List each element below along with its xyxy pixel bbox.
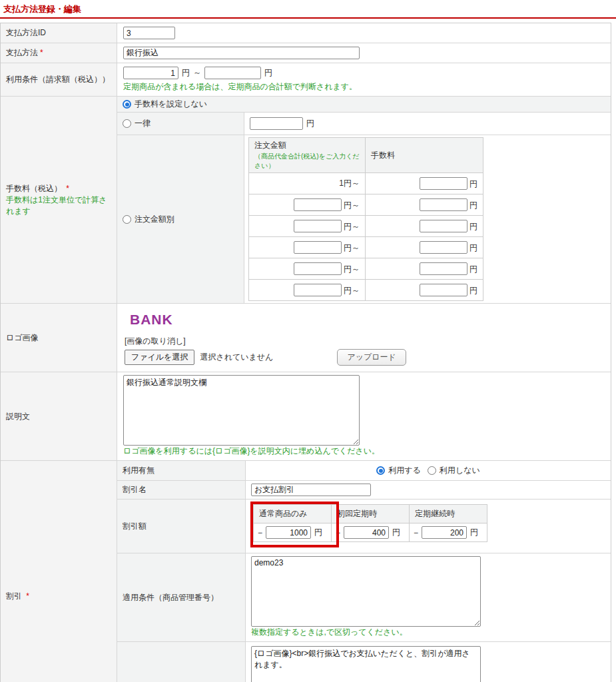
fee-amount-input[interactable] xyxy=(420,284,467,296)
discount-first-subscription-input[interactable] xyxy=(344,526,389,539)
payment-method-form: 支払方法ID 支払方法* 利用条件（請求額（税込）） 円 ～ xyxy=(0,23,611,682)
discount-normal-input[interactable] xyxy=(266,526,311,539)
label-discount-description: 説明文 xyxy=(117,642,246,682)
discount-description-textarea[interactable]: {ロゴ画像}<br>銀行振込でお支払いただくと、割引が適用されます。 xyxy=(251,646,481,682)
file-select-button[interactable]: ファイルを選択 xyxy=(125,350,194,365)
row-logo: ロゴ画像 BANK [画像の取り消し] ファイルを選択 選択されていません アッ… xyxy=(1,304,611,372)
label-discount-condition: 適用条件（商品管理番号） xyxy=(117,553,246,641)
discount-off-radio[interactable] xyxy=(428,466,436,475)
fee-amount-input[interactable] xyxy=(420,220,467,232)
logo-cancel-link[interactable]: [画像の取り消し] xyxy=(125,336,605,347)
label-discount-name: 割引名 xyxy=(117,481,246,499)
fee-flat-option-cell: 一律 xyxy=(117,113,244,135)
fee-table-row: 円～ 円 xyxy=(249,237,483,258)
minus-sign: − xyxy=(258,528,262,537)
label-discount-enabled: 利用有無 xyxy=(117,461,246,480)
fee-flat-radio[interactable] xyxy=(123,119,131,128)
discount-enabled-row: 利用有無 利用する 利用しない xyxy=(117,461,611,481)
discount-amount-table-wrap: 通常商品のみ 初回定期時 定期継続時 − 円 xyxy=(253,504,605,542)
discount-name-row: 割引名 xyxy=(117,481,611,500)
fee-by-amount-option-cell: 注文金額別 xyxy=(117,135,244,303)
fee-none-radio[interactable] xyxy=(123,100,131,109)
fee-table-row: 円～ 円 xyxy=(249,280,483,301)
fee-by-amount-radio[interactable] xyxy=(123,215,131,224)
row-discount: 割引 * 利用有無 利用する 利用しない xyxy=(1,461,611,682)
description-note: ロゴ画像を利用するには{ロゴ画像}を説明文内に埋め込んでください。 xyxy=(123,446,605,457)
fee-amount-input[interactable] xyxy=(420,262,467,275)
fee-label-note: 手数料は1注文単位で計算されます xyxy=(6,194,111,217)
row-payment-id: 支払方法ID xyxy=(1,23,611,43)
fee-none-label: 手数料を設定しない xyxy=(135,99,207,110)
fee-by-amount-label: 注文金額別 xyxy=(135,214,174,225)
fee-option-by-amount-row: 注文金額別 注文金額 （商品代金合計(税込)をご入力ください） 手数料 xyxy=(117,135,611,303)
fee-threshold-input[interactable] xyxy=(294,241,342,254)
fee-threshold-input[interactable] xyxy=(294,284,342,296)
required-asterisk: * xyxy=(40,48,43,57)
fee-amount-input[interactable] xyxy=(420,241,467,254)
page-title: 支払方法登録・編集 xyxy=(0,0,616,17)
fee-option-none-row: 手数料を設定しない xyxy=(117,97,611,113)
label-fee: 手数料（税込） * 手数料は1注文単位で計算されます xyxy=(1,97,117,303)
fee-by-amount-table: 注文金額 （商品代金合計(税込)をご入力ください） 手数料 1円～ 円 xyxy=(248,137,483,301)
payment-id-input[interactable] xyxy=(123,27,175,39)
required-asterisk: * xyxy=(66,184,69,193)
fee-threshold-input[interactable] xyxy=(294,220,342,232)
fee-amount-input[interactable] xyxy=(420,198,467,211)
yen-unit: 円 xyxy=(182,67,190,79)
minus-sign: − xyxy=(336,528,340,537)
payment-method-input[interactable] xyxy=(123,47,360,59)
logo-image: BANK xyxy=(130,312,605,328)
upload-button[interactable]: アップロード xyxy=(337,349,406,366)
fee-flat-input[interactable] xyxy=(250,117,303,130)
fee-from-fixed: 1円～ xyxy=(249,173,366,194)
description-textarea[interactable]: 銀行振込通常説明文欄 xyxy=(123,375,360,446)
amount-header-first-subscription: 初回定期時 xyxy=(332,505,410,523)
fee-table-row: 円～ 円 xyxy=(249,258,483,280)
discount-name-input[interactable] xyxy=(251,484,371,496)
fee-table-row: 1円～ 円 xyxy=(249,173,483,194)
yen-unit: 円 xyxy=(264,67,272,79)
file-status: 選択されていません xyxy=(200,352,273,363)
usage-max-input[interactable] xyxy=(204,67,261,79)
discount-amount-table: 通常商品のみ 初回定期時 定期継続時 − 円 xyxy=(253,504,487,542)
usage-min-input[interactable] xyxy=(123,67,178,79)
label-payment-method: 支払方法* xyxy=(1,43,117,63)
fee-table-row: 円～ 円 xyxy=(249,194,483,216)
discount-amount-row: 割引額 通常商品のみ 初回定期時 定期継続時 xyxy=(117,500,611,553)
discount-condition-note: 複数指定するときは,で区切ってください。 xyxy=(251,627,605,638)
discount-description-row: 説明文 {ロゴ画像}<br>銀行振込でお支払いただくと、割引が適用されます。 ロ… xyxy=(117,642,611,682)
row-payment-method: 支払方法* xyxy=(1,43,611,63)
yen-unit: 円 xyxy=(306,118,314,129)
discount-on-radio[interactable] xyxy=(376,466,385,475)
label-logo: ロゴ画像 xyxy=(1,304,117,372)
discount-condition-textarea[interactable]: demo23 xyxy=(251,556,481,627)
title-divider xyxy=(0,17,616,19)
label-discount: 割引 * xyxy=(1,461,117,682)
label-payment-id: 支払方法ID xyxy=(1,23,117,43)
label-discount-amount: 割引額 xyxy=(117,500,246,553)
fee-table-fee-header: 手数料 xyxy=(366,138,483,173)
usage-condition-note: 定期商品が含まれる場合は、定期商品の合計額で判断されます。 xyxy=(123,81,605,93)
minus-sign: − xyxy=(414,528,418,537)
fee-flat-label: 一律 xyxy=(135,118,151,129)
row-fee: 手数料（税込） * 手数料は1注文単位で計算されます 手数料を設定しない 一律 xyxy=(1,97,611,304)
discount-on-label: 利用する xyxy=(388,465,421,476)
fee-threshold-input[interactable] xyxy=(294,262,342,275)
row-usage-condition: 利用条件（請求額（税込）） 円 ～ 円 定期商品が含まれる場合は、定期商品の合計… xyxy=(1,63,611,97)
fee-table-amount-note: （商品代金合計(税込)をご入力ください） xyxy=(254,152,360,170)
amount-header-recurring-subscription: 定期継続時 xyxy=(410,505,487,523)
fee-table-row: 円～ 円 xyxy=(249,216,483,237)
required-asterisk: * xyxy=(26,591,29,601)
amount-header-normal: 通常商品のみ xyxy=(254,505,332,523)
label-usage-condition: 利用条件（請求額（税込）） xyxy=(1,63,117,96)
row-description: 説明文 銀行振込通常説明文欄 ロゴ画像を利用するには{ロゴ画像}を説明文内に埋め… xyxy=(1,372,611,461)
discount-condition-row: 適用条件（商品管理番号） demo23 複数指定するときは,で区切ってください。 xyxy=(117,553,611,642)
tilde: ～ xyxy=(193,67,201,79)
discount-off-label: 利用しない xyxy=(440,465,480,476)
discount-recurring-subscription-input[interactable] xyxy=(422,526,467,539)
label-description: 説明文 xyxy=(1,372,117,460)
fee-threshold-input[interactable] xyxy=(294,198,342,211)
fee-amount-input[interactable] xyxy=(420,177,467,190)
fee-option-flat-row: 一律 円 xyxy=(117,113,611,135)
fee-table-amount-header: 注文金額 （商品代金合計(税込)をご入力ください） xyxy=(249,138,366,173)
